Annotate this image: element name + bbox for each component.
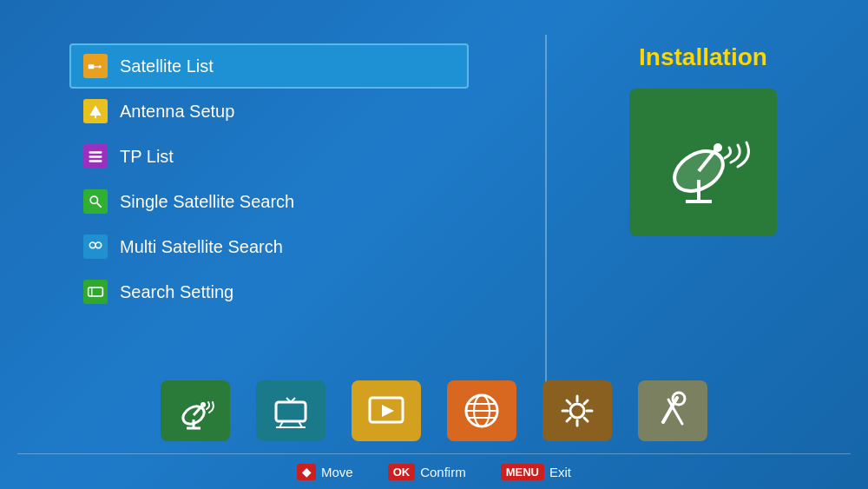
svg-point-49 — [673, 393, 685, 405]
multi-satellite-search-label: Multi Satellite Search — [120, 237, 283, 257]
menu-item-tp-list[interactable]: TP List — [69, 134, 469, 179]
right-panel: Installation — [564, 35, 842, 437]
nav-icon-network[interactable] — [447, 380, 516, 441]
tp-list-label: TP List — [120, 147, 174, 167]
svg-point-22 — [201, 402, 206, 407]
menu-hint-text: Exit — [549, 465, 571, 479]
svg-marker-32 — [382, 405, 394, 417]
svg-rect-12 — [89, 287, 103, 296]
section-title: Installation — [639, 43, 767, 71]
bottom-line — [17, 453, 851, 454]
svg-rect-7 — [89, 160, 102, 162]
satellite-list-icon — [83, 54, 108, 78]
move-hint: ◆ Move — [297, 464, 353, 480]
nav-icon-tools[interactable] — [638, 380, 707, 441]
menu-item-antenna-setup[interactable]: Antenna Setup — [69, 89, 469, 134]
move-hint-text: Move — [321, 465, 353, 479]
svg-rect-25 — [276, 402, 306, 421]
ok-key-badge: OK — [388, 464, 416, 480]
bottom-bar: ◆ Move OK Confirm MENU Exit — [0, 464, 868, 480]
single-satellite-search-label: Single Satellite Search — [120, 192, 294, 212]
nav-icon-system[interactable] — [542, 380, 612, 441]
left-panel: Satellite List Antenna Setup — [69, 35, 528, 437]
search-setting-icon — [83, 280, 108, 304]
svg-line-46 — [584, 400, 588, 404]
svg-line-9 — [97, 203, 102, 208]
single-search-icon — [83, 189, 108, 214]
multi-search-icon — [83, 235, 108, 259]
satellite-list-label: Satellite List — [120, 56, 214, 76]
menu-hint: MENU Exit — [501, 464, 571, 480]
search-setting-label: Search Setting — [120, 282, 233, 302]
svg-line-44 — [567, 400, 570, 404]
nav-icon-installation[interactable] — [161, 380, 230, 441]
menu-item-search-setting[interactable]: Search Setting — [69, 269, 469, 314]
menu-item-satellite-list[interactable]: Satellite List — [69, 43, 469, 89]
ok-hint-text: Confirm — [420, 465, 466, 479]
svg-point-8 — [90, 196, 97, 203]
svg-point-17 — [713, 143, 722, 152]
panel-divider — [545, 35, 547, 437]
svg-marker-3 — [89, 105, 101, 116]
svg-rect-5 — [89, 151, 102, 154]
svg-point-11 — [95, 242, 102, 248]
svg-line-47 — [567, 418, 570, 421]
antenna-setup-label: Antenna Setup — [120, 102, 234, 122]
svg-rect-0 — [89, 64, 95, 69]
feature-icon-box — [629, 89, 777, 236]
svg-line-45 — [584, 418, 588, 421]
menu-item-single-satellite-search[interactable]: Single Satellite Search — [69, 179, 469, 224]
menu-item-multi-satellite-search[interactable]: Multi Satellite Search — [69, 224, 469, 269]
ok-hint: OK Confirm — [388, 464, 466, 480]
nav-icon-channels[interactable] — [256, 380, 326, 441]
svg-point-10 — [89, 242, 95, 248]
svg-point-39 — [570, 404, 584, 418]
svg-point-2 — [98, 65, 101, 68]
move-key-badge: ◆ — [297, 464, 316, 480]
bottom-nav-icons — [0, 380, 868, 441]
tp-list-icon — [83, 144, 108, 169]
menu-key-badge: MENU — [501, 464, 544, 480]
svg-rect-6 — [89, 155, 102, 158]
menu-list: Satellite List Antenna Setup — [69, 43, 469, 314]
nav-icon-media[interactable] — [352, 380, 421, 441]
antenna-icon — [83, 99, 108, 123]
